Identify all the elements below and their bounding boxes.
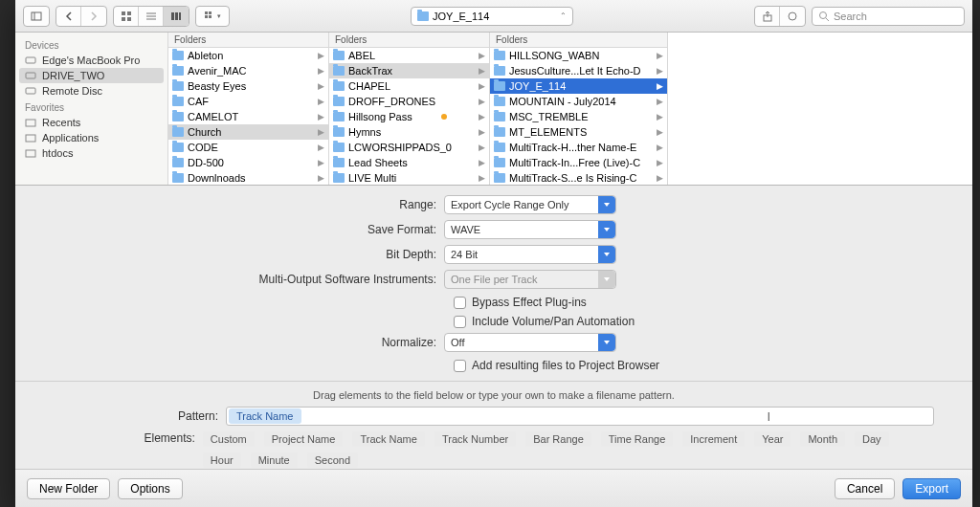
folder-icon bbox=[494, 97, 505, 106]
svg-rect-5 bbox=[127, 17, 131, 21]
element-token[interactable]: Hour bbox=[203, 452, 241, 468]
folder-row[interactable]: MultiTrack-S...e Is Rising-C▶ bbox=[490, 170, 667, 185]
element-token[interactable]: Month bbox=[800, 431, 845, 447]
element-token[interactable]: Track Number bbox=[434, 431, 516, 447]
element-token[interactable]: Year bbox=[754, 431, 791, 447]
chevron-right-icon: ▶ bbox=[318, 127, 324, 137]
include-checkbox[interactable] bbox=[454, 316, 466, 328]
folder-row[interactable]: MSC_TREMBLE▶ bbox=[490, 109, 667, 124]
element-token[interactable]: Project Name bbox=[264, 431, 344, 447]
folder-row[interactable]: MT_ELEMENTS▶ bbox=[490, 124, 667, 140]
folder-row[interactable]: HILLSONG_WABN▶ bbox=[490, 48, 667, 63]
preview-pane bbox=[668, 33, 972, 185]
folder-icon bbox=[494, 66, 505, 76]
column-1: Folders Ableton▶Avenir_MAC▶Beasty Eyes▶C… bbox=[168, 33, 329, 185]
svg-line-20 bbox=[826, 18, 829, 21]
sidebar-favorite-item[interactable]: Applications bbox=[15, 130, 167, 145]
range-select[interactable]: Export Cycle Range Only bbox=[444, 195, 616, 214]
tags-button[interactable] bbox=[780, 7, 805, 26]
element-token[interactable]: Increment bbox=[682, 431, 745, 447]
search-field[interactable]: Search bbox=[812, 7, 965, 26]
folder-row[interactable]: CAMELOT▶ bbox=[168, 109, 328, 124]
pattern-token[interactable]: Track Name bbox=[229, 408, 301, 424]
folder-icon bbox=[333, 127, 345, 137]
pattern-field[interactable]: Track Name I bbox=[226, 407, 934, 426]
sidebar-favorite-item[interactable]: htdocs bbox=[15, 145, 167, 161]
folder-row[interactable]: DROFF_DRONES▶ bbox=[329, 94, 489, 109]
folder-row[interactable]: Downlnoads▶ bbox=[168, 170, 328, 185]
sidebar-devices-header: Devices bbox=[15, 36, 167, 53]
multi-label: Multi-Output Software Instruments: bbox=[15, 273, 444, 286]
folder-row[interactable]: Church▶ bbox=[168, 124, 328, 140]
chevron-right-icon: ▶ bbox=[318, 51, 324, 60]
addfiles-checkbox[interactable] bbox=[454, 360, 466, 372]
folder-row[interactable]: Hillsong Pass▶ bbox=[329, 109, 489, 124]
options-button[interactable]: Options bbox=[118, 478, 182, 499]
sidebar-toggle-group bbox=[23, 6, 50, 27]
folder-row[interactable]: Hymns▶ bbox=[329, 124, 489, 140]
format-select[interactable]: WAVE bbox=[444, 220, 616, 239]
svg-point-18 bbox=[789, 12, 796, 20]
folder-row[interactable]: CODE▶ bbox=[168, 140, 328, 155]
column-view-button[interactable] bbox=[164, 7, 189, 26]
arrange-button[interactable]: ▾ bbox=[196, 7, 229, 26]
folder-row[interactable]: JOY_E_114▶ bbox=[490, 78, 667, 94]
new-folder-button[interactable]: New Folder bbox=[27, 478, 110, 499]
folder-row[interactable]: LIVE Multi▶ bbox=[329, 170, 489, 185]
depth-select[interactable]: 24 Bit bbox=[444, 245, 616, 264]
folder-row[interactable]: BackTrax▶ bbox=[329, 63, 489, 78]
folder-row[interactable]: CHAPEL▶ bbox=[329, 78, 489, 94]
cancel-button[interactable]: Cancel bbox=[835, 478, 895, 499]
element-token[interactable]: Minute bbox=[251, 452, 298, 468]
svg-rect-22 bbox=[26, 73, 35, 78]
element-token[interactable]: Track Name bbox=[352, 431, 425, 447]
toggle-sidebar-button[interactable] bbox=[24, 7, 49, 26]
folder-row[interactable]: LCWORSHIPPADS_0▶ bbox=[329, 140, 489, 155]
folder-row[interactable]: MultiTrack-H...ther Name-E▶ bbox=[490, 140, 667, 155]
view-group bbox=[113, 6, 189, 27]
folder-icon bbox=[25, 132, 36, 143]
folder-icon bbox=[494, 51, 505, 60]
export-button[interactable]: Export bbox=[902, 478, 961, 499]
normalize-select[interactable]: Off bbox=[444, 333, 616, 352]
element-token[interactable]: Day bbox=[855, 431, 889, 447]
sidebar-device-item[interactable]: Remote Disc bbox=[15, 83, 167, 99]
sidebar-device-item[interactable]: Edge's MacBook Pro bbox=[15, 53, 167, 68]
folder-row[interactable]: DD-500▶ bbox=[168, 155, 328, 170]
bypass-checkbox[interactable] bbox=[454, 297, 466, 309]
element-token[interactable]: Second bbox=[307, 452, 358, 468]
folder-row[interactable]: Avenir_MAC▶ bbox=[168, 63, 328, 78]
sidebar-favorite-item[interactable]: Recents bbox=[15, 115, 167, 130]
folder-row[interactable]: Beasty Eyes▶ bbox=[168, 78, 328, 94]
text-cursor-icon: I bbox=[767, 409, 770, 424]
folder-row[interactable]: ABEL▶ bbox=[329, 48, 489, 63]
folder-row[interactable]: JesusCulture...Let It Echo-D▶ bbox=[490, 63, 667, 78]
chevron-right-icon: ▶ bbox=[479, 173, 485, 183]
folder-icon bbox=[172, 112, 184, 121]
chevron-right-icon: ▶ bbox=[657, 97, 663, 106]
list-view-button[interactable] bbox=[139, 7, 164, 26]
element-token[interactable]: Time Range bbox=[601, 431, 674, 447]
element-token[interactable]: Custom bbox=[203, 431, 255, 447]
svg-rect-9 bbox=[171, 12, 174, 20]
path-popup[interactable]: JOY_E_114 ⌃ bbox=[411, 7, 573, 26]
chevron-right-icon: ▶ bbox=[318, 97, 324, 106]
folder-row[interactable]: Ableton▶ bbox=[168, 48, 328, 63]
share-button[interactable] bbox=[755, 7, 780, 26]
search-icon bbox=[818, 11, 830, 22]
folder-row[interactable]: Lead Sheets▶ bbox=[329, 155, 489, 170]
folder-row[interactable]: MultiTrack-In...Free (Live)-C▶ bbox=[490, 155, 667, 170]
drive-icon bbox=[25, 70, 36, 81]
back-button[interactable] bbox=[56, 7, 81, 26]
chevron-right-icon: ▶ bbox=[657, 66, 663, 76]
forward-button[interactable] bbox=[81, 7, 106, 26]
range-label: Range: bbox=[15, 198, 444, 211]
sidebar-device-item[interactable]: DRIVE_TWO bbox=[19, 68, 164, 83]
chevron-right-icon: ▶ bbox=[318, 112, 324, 121]
chevron-right-icon: ▶ bbox=[657, 143, 663, 152]
icon-view-button[interactable] bbox=[114, 7, 139, 26]
element-token[interactable]: Bar Range bbox=[525, 431, 591, 447]
elements-label: Elements: bbox=[54, 431, 203, 445]
folder-row[interactable]: MOUNTAIN - July2014▶ bbox=[490, 94, 667, 109]
folder-row[interactable]: CAF▶ bbox=[168, 94, 328, 109]
